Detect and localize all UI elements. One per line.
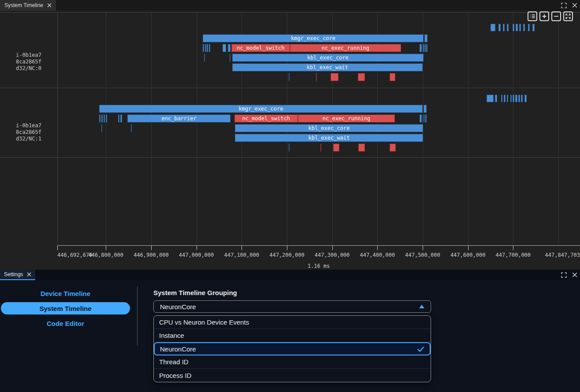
settings-content: Device TimelineSystem TimelineCode Edito… (0, 280, 580, 392)
event-bar[interactable] (209, 44, 210, 52)
event-bar[interactable] (120, 115, 122, 122)
event-bar[interactable] (99, 115, 100, 122)
event-bar[interactable] (501, 95, 502, 102)
option-cpu-vs-neuron-device-events[interactable]: CPU vs Neuron Device Events (154, 316, 431, 329)
event-bar[interactable] (424, 105, 427, 113)
event-bar[interactable] (426, 44, 428, 52)
event-bar[interactable] (518, 95, 520, 102)
restore-icon[interactable] (561, 3, 567, 8)
event-bar-nc-model-switch[interactable]: nc_model_switch (231, 44, 290, 52)
event-bar[interactable] (390, 144, 396, 152)
event-bar[interactable] (528, 24, 530, 31)
grouping-select-value: NeuronCore (160, 303, 196, 311)
event-bar[interactable] (228, 44, 230, 52)
close-icon[interactable] (27, 272, 31, 277)
event-bar[interactable] (515, 95, 517, 102)
event-bar[interactable] (524, 95, 527, 102)
event-bar-nc-exec-running[interactable]: nc_exec_running (290, 44, 401, 52)
event-bar[interactable] (519, 24, 521, 31)
event-bar[interactable] (118, 115, 119, 122)
event-bar[interactable] (503, 24, 505, 31)
event-bar[interactable] (424, 34, 428, 42)
event-bar-kbl-exec-core[interactable]: kbl_exec_core (235, 124, 423, 132)
event-bar[interactable] (316, 73, 317, 81)
event-bar[interactable] (203, 44, 204, 52)
event-bar-enc-barrier[interactable]: enc_barrier (127, 115, 230, 122)
event-bar[interactable] (424, 115, 425, 122)
close-icon[interactable] (572, 3, 577, 8)
event-bar[interactable] (230, 54, 231, 62)
event-bar[interactable] (495, 95, 497, 102)
sidebar-item-device-timeline[interactable]: Device Timeline (1, 287, 130, 300)
zoom-out-icon[interactable] (551, 11, 561, 21)
event-bar[interactable] (507, 24, 509, 31)
event-bar[interactable] (507, 95, 508, 102)
event-bar[interactable] (420, 44, 422, 52)
tab-system-timeline[interactable]: System Timeline (0, 0, 56, 11)
sidebar-item-code-editor[interactable]: Code Editor (1, 317, 130, 329)
event-bar[interactable] (487, 95, 494, 102)
event-bar[interactable] (513, 24, 514, 31)
event-bar[interactable] (101, 124, 102, 132)
axis-tick (423, 246, 423, 250)
event-bar[interactable] (106, 115, 107, 122)
event-bar[interactable] (504, 95, 506, 102)
event-bar[interactable] (358, 144, 364, 152)
event-bar[interactable] (223, 44, 226, 52)
event-bar[interactable] (101, 115, 103, 122)
settings-sidebar: Device TimelineSystem TimelineCode Edito… (1, 287, 130, 329)
event-bar[interactable] (320, 144, 321, 152)
event-bar[interactable] (333, 144, 339, 152)
event-bar[interactable] (523, 24, 525, 31)
event-bar[interactable] (289, 73, 290, 81)
event-bar[interactable] (358, 73, 364, 81)
axis-tick (106, 246, 106, 250)
event-bar-kmgr-exec-core[interactable]: kmgr_exec_core (99, 105, 423, 113)
settings-panel: Settings Device TimelineSystem TimelineC… (0, 270, 580, 392)
event-bar[interactable] (491, 24, 495, 31)
event-bar[interactable] (425, 115, 427, 122)
option-process-id[interactable]: Process ID (154, 369, 431, 382)
event-bar[interactable] (331, 73, 338, 81)
event-bar-kbl-exec-core[interactable]: kbl_exec_core (232, 54, 424, 62)
event-bar-kbl-exec-wait[interactable]: kbl_exec_wait (232, 63, 423, 71)
option-instance[interactable]: Instance (154, 329, 431, 342)
event-bar-kbl-exec-wait[interactable]: kbl_exec_wait (235, 134, 423, 142)
axis-tick-label: 447,200,000 (269, 252, 304, 258)
axis-tick-label: 447,100,000 (224, 252, 259, 258)
event-bar[interactable] (420, 115, 422, 122)
event-bar[interactable] (513, 95, 514, 102)
sidebar-item-system-timeline[interactable]: System Timeline (1, 302, 130, 314)
event-bar[interactable] (205, 44, 206, 52)
legend-icon[interactable] (528, 11, 537, 21)
event-bar[interactable] (423, 44, 424, 52)
fit-expand-icon[interactable] (563, 11, 573, 21)
event-bar[interactable] (207, 44, 208, 52)
event-bar[interactable] (390, 73, 395, 81)
event-bar-nc-exec-running[interactable]: nc_exec_running (298, 115, 395, 122)
event-bar[interactable] (204, 54, 205, 62)
option-thread-id[interactable]: Thread ID (154, 355, 431, 369)
event-bar[interactable] (521, 95, 523, 102)
event-bar[interactable] (532, 24, 534, 31)
event-bar[interactable] (131, 124, 132, 132)
close-icon[interactable] (572, 272, 577, 277)
event-bar[interactable] (498, 24, 500, 31)
event-bar[interactable] (423, 115, 424, 122)
track-label-line: 8ca2865f (0, 129, 57, 136)
tab-settings[interactable]: Settings (0, 270, 35, 280)
event-bar[interactable] (424, 44, 426, 52)
event-bar[interactable] (289, 144, 290, 152)
event-bar-kmgr-exec-core[interactable]: kmgr_exec_core (203, 34, 424, 42)
restore-icon[interactable] (561, 272, 567, 278)
event-bar[interactable] (104, 115, 105, 122)
axis-tick (197, 246, 197, 250)
event-bar[interactable] (516, 24, 517, 31)
option-neuroncore[interactable]: NeuronCore (154, 342, 431, 355)
event-bar[interactable] (510, 95, 512, 102)
grouping-select[interactable]: NeuronCore (153, 300, 431, 313)
zoom-in-icon[interactable] (539, 11, 549, 21)
axis-tick (151, 246, 152, 250)
event-bar-nc-model-switch[interactable]: nc_model_switch (234, 115, 298, 122)
close-icon[interactable] (47, 3, 52, 7)
